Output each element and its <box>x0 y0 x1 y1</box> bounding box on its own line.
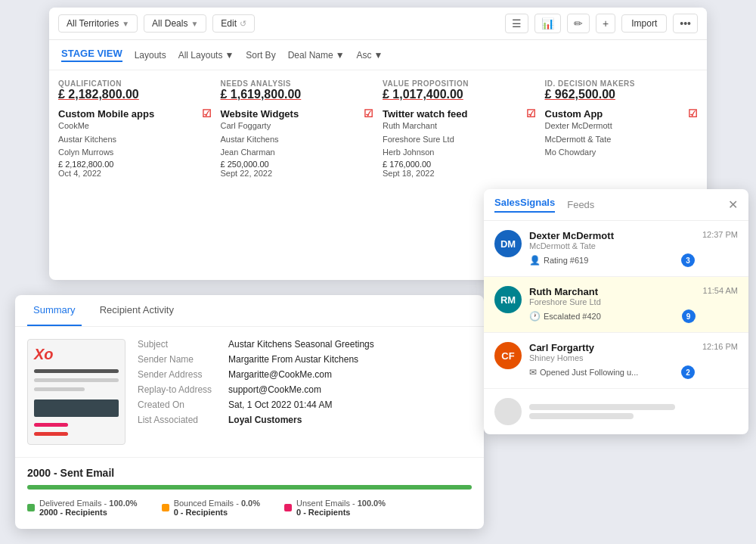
col-amount-2: £ 1,017,400.00 <box>383 88 536 101</box>
signal-avatar-1: RM <box>494 286 522 313</box>
chart-view-icon[interactable]: 📊 <box>534 14 561 33</box>
add-button[interactable]: + <box>596 14 615 33</box>
territory-chevron: ▼ <box>122 20 129 28</box>
deals-chevron: ▼ <box>191 20 198 28</box>
deal-name-3-0: Custom App ☑ <box>545 107 699 120</box>
deal-amount-1-0: £ 250,000.00 <box>221 160 374 169</box>
deal-date-1-0: Sept 22, 2022 <box>221 169 374 178</box>
signal-item-1[interactable]: RM Ruth Marchant Foreshore Sure Ltd 🕐 Es… <box>484 277 748 333</box>
deal-check-icon-1-0: ☑ <box>364 107 373 120</box>
signal-activity-2: ✉ Opened Just Following u... <box>529 367 638 378</box>
signal-activity-text-0: Rating #619 <box>544 256 588 265</box>
skeleton-lines <box>529 401 738 422</box>
summary-stats: 2000 - Sent Email Delivered Emails - 100… <box>15 457 484 529</box>
skeleton-line-1 <box>529 404 675 410</box>
deal-name-label: Deal Name <box>288 50 333 61</box>
field-label-0: Subject <box>138 339 228 350</box>
deal-card-1-0[interactable]: Website Widgets ☑ Carl Foggarty Austar K… <box>221 107 374 178</box>
edit-spinner: ↺ <box>240 19 246 29</box>
signal-activity-text-1: Escalated #420 <box>544 312 601 321</box>
email-thumbnail: Xo <box>27 339 125 445</box>
deal-info-3-0: Dexter McDermott McDermott & Tate Mo Cho… <box>545 120 699 160</box>
signal-name-2: Carl Forgartty <box>529 342 695 353</box>
asc-chevron: ▼ <box>374 50 383 61</box>
signals-close-button[interactable]: ✕ <box>728 197 738 212</box>
col-header-1: NEEDS ANALYSIS £ 1,619,800.00 <box>221 79 374 101</box>
signal-company-0: McDermott & Tate <box>529 241 695 250</box>
territories-dropdown[interactable]: All Territories ▼ <box>58 14 138 33</box>
deals-dropdown[interactable]: All Deals ▼ <box>144 14 206 33</box>
skeleton-avatar <box>494 398 522 425</box>
signals-tab-feeds[interactable]: Feeds <box>567 199 594 210</box>
field-row-4: Created On Sat, 1 Oct 2022 01:44 AM <box>138 399 472 410</box>
edit-view-icon[interactable]: ✏ <box>567 14 590 33</box>
field-value-2: Margaritte@CookMe.com <box>228 369 332 380</box>
thumb-line-1 <box>34 369 119 373</box>
signal-item-2[interactable]: CF Carl Forgartty Shiney Homes ✉ Opened … <box>484 333 748 389</box>
signal-meta-2: ✉ Opened Just Following u... 2 <box>529 365 695 379</box>
field-label-2: Sender Address <box>138 369 228 380</box>
territory-label: All Territories <box>67 18 119 29</box>
field-value-1: Margaritte From Austar Kitchens <box>228 354 358 365</box>
signal-content-0: Dexter McDermott McDermott & Tate 👤 Rati… <box>529 230 695 267</box>
asc-label: Asc <box>357 50 372 61</box>
thumb-block <box>34 399 119 417</box>
field-row-0: Subject Austar Kitchens Seasonal Greetin… <box>138 339 472 350</box>
deal-check-icon-2-0: ☑ <box>526 107 536 120</box>
col-header-2: VALUE PROPOSITION £ 1,017,400.00 <box>383 79 536 101</box>
deal-date-2-0: Sept 18, 2022 <box>383 169 536 178</box>
deals-label: All Deals <box>152 18 187 29</box>
layouts-option[interactable]: Layouts <box>135 50 166 61</box>
asc-dropdown[interactable]: Asc ▼ <box>357 50 383 61</box>
stat-item-1: Bounced Emails - 0.0% 0 - Recipients <box>162 499 260 517</box>
signal-activity-0: 👤 Rating #619 <box>529 255 588 266</box>
field-label-3: Replay-to Address <box>138 384 228 395</box>
field-value-5: Loyal Customers <box>228 415 302 425</box>
signal-badge-2: 2 <box>681 365 695 379</box>
deal-card-0-0[interactable]: Custom Mobile apps ☑ CookMe Austar Kitch… <box>58 107 212 178</box>
deal-name-1-0: Website Widgets ☑ <box>221 107 374 120</box>
stat-dot-1 <box>162 504 169 511</box>
signals-header: SalesSignals Feeds ✕ <box>484 189 748 221</box>
col-amount-1: £ 1,619,800.00 <box>221 88 374 101</box>
more-options-icon[interactable]: ••• <box>673 14 698 33</box>
signal-badge-0: 3 <box>681 253 695 267</box>
deal-card-3-0[interactable]: Custom App ☑ Dexter McDermott McDermott … <box>545 107 699 160</box>
signal-meta-0: 👤 Rating #619 3 <box>529 253 695 267</box>
stat-label-2: Unsent Emails - 100.0% <box>296 499 386 508</box>
tab-recipient-activity[interactable]: Recipient Activity <box>94 295 180 326</box>
all-layouts-label: All Layouts <box>178 50 223 61</box>
stat-label-1: Bounced Emails - 0.0% <box>174 499 260 508</box>
stat-dot-0 <box>27 504 35 511</box>
stat-text-0: Delivered Emails - 100.0% 2000 - Recipie… <box>39 499 138 517</box>
deal-name-dropdown[interactable]: Deal Name ▼ <box>288 50 345 61</box>
edit-label: Edit <box>221 18 237 29</box>
signal-avatar-2: CF <box>494 342 522 369</box>
import-button[interactable]: Import <box>621 14 667 33</box>
stage-view-label[interactable]: STAGE VIEW <box>61 48 122 62</box>
toolbar: All Territories ▼ All Deals ▼ Edit ↺ ☰ 📊… <box>49 8 707 40</box>
deal-info-1-0: Carl Foggarty Austar Kitchens Jean Charm… <box>221 120 374 160</box>
stat-count-1: 0 - Recipients <box>174 508 260 517</box>
signal-avatar-0: DM <box>494 230 522 257</box>
col-header-3: ID. DECISION MAKERS £ 962,500.00 <box>545 79 699 101</box>
signals-tab-active[interactable]: SalesSignals <box>494 197 555 213</box>
signal-item-0[interactable]: DM Dexter McDermott McDermott & Tate 👤 R… <box>484 221 748 277</box>
all-layouts-dropdown[interactable]: All Layouts ▼ <box>178 50 234 61</box>
deal-info-0-0: CookMe Austar Kitchens Colyn Murrows <box>58 120 212 160</box>
col-header-0: QUALIFICATION £ 2,182,800.00 <box>58 79 212 101</box>
field-label-5: List Associated <box>138 415 228 425</box>
edit-button[interactable]: Edit ↺ <box>212 14 255 33</box>
tab-summary[interactable]: Summary <box>27 295 82 326</box>
summary-panel: Summary Recipient Activity Xo Subject Au… <box>15 295 484 529</box>
stats-row: Delivered Emails - 100.0% 2000 - Recipie… <box>27 499 472 517</box>
list-view-icon[interactable]: ☰ <box>505 14 528 33</box>
toolbar-right: ☰ 📊 ✏ + Import ••• <box>505 14 698 33</box>
thumb-line-3 <box>34 387 85 391</box>
col-title-2: VALUE PROPOSITION <box>383 79 536 88</box>
signal-content-2: Carl Forgartty Shiney Homes ✉ Opened Jus… <box>529 342 695 379</box>
signal-meta-1: 🕐 Escalated #420 9 <box>529 309 696 323</box>
signal-content-1: Ruth Marchant Foreshore Sure Ltd 🕐 Escal… <box>529 286 696 323</box>
field-row-3: Replay-to Address support@CookMe.com <box>138 384 472 395</box>
deal-card-2-0[interactable]: Twitter watch feed ☑ Ruth Marchant Fores… <box>383 107 536 178</box>
